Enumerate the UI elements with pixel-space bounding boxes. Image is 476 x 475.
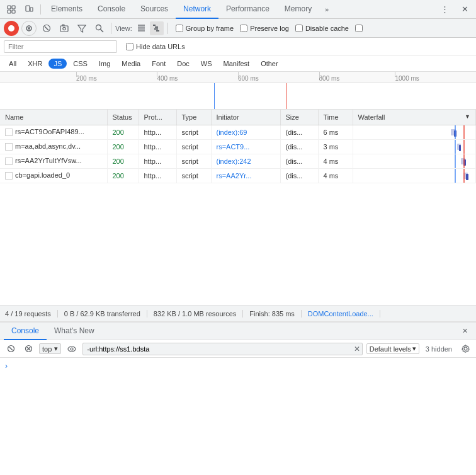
filter-btn[interactable]	[74, 21, 89, 36]
console-filter-input[interactable]	[82, 343, 362, 355]
type-btn-all[interactable]: All	[4, 59, 21, 69]
type-btn-media[interactable]: Media	[116, 59, 145, 69]
console-tab-what's-new[interactable]: What's New	[47, 323, 102, 340]
tab-memory[interactable]: Memory	[277, 0, 319, 19]
cell-name: cb=gapi.loaded_0	[0, 168, 107, 183]
col-header-time[interactable]: Time	[318, 110, 353, 125]
console-filter-clear-icon[interactable]: ✕	[354, 345, 360, 353]
tab-performance[interactable]: Performance	[218, 0, 277, 19]
network-toolbar: View: Group by frame Preserve log Disabl…	[0, 19, 476, 38]
console-close-btn[interactable]: ✕	[457, 324, 472, 339]
devtools-more-btn[interactable]: ⋮	[436, 1, 453, 18]
record-btn[interactable]	[4, 21, 19, 36]
type-btn-ws[interactable]: WS	[196, 59, 217, 69]
console-pause-btn[interactable]	[21, 342, 35, 356]
initiator-link[interactable]: (index):69	[217, 129, 247, 136]
tab-console[interactable]: Console	[90, 0, 133, 19]
network-table-wrapper[interactable]: NameStatusProt...TypeInitiatorSizeTimeWa…	[0, 110, 476, 305]
requests-count: 4 / 19 requests	[5, 310, 58, 318]
svg-point-13	[63, 27, 65, 30]
device-toolbar-btn[interactable]	[20, 1, 38, 18]
cell-initiator[interactable]: rs=ACT9...	[211, 139, 280, 154]
tab-sources[interactable]: Sources	[133, 0, 176, 19]
context-value: top	[42, 345, 52, 353]
disable-cache-checkbox[interactable]: Disable cache	[295, 25, 349, 32]
col-header-status[interactable]: Status	[107, 110, 139, 125]
tab-bar-left	[3, 1, 43, 18]
console-prompt: ›	[5, 360, 471, 372]
svg-point-33	[464, 347, 467, 350]
col-header-prot[interactable]: Prot...	[139, 110, 176, 125]
preserve-log-checkbox[interactable]: Preserve log	[240, 25, 289, 32]
clear-btn[interactable]	[39, 21, 54, 36]
svg-rect-1	[12, 6, 15, 9]
cell-initiator[interactable]: rs=AA2Yr...	[211, 168, 280, 183]
type-btn-js[interactable]: JS	[48, 59, 67, 69]
more-tabs-btn[interactable]: »	[319, 1, 334, 18]
extra-checkbox[interactable]	[355, 25, 363, 32]
console-tab-console[interactable]: Console	[4, 323, 47, 340]
devtools-close-btn[interactable]: ✕	[456, 1, 473, 18]
type-btn-other[interactable]: Other	[256, 59, 283, 69]
type-btn-font[interactable]: Font	[147, 59, 171, 69]
cell-waterfall	[353, 168, 476, 183]
hidden-count: 3 hidden	[426, 345, 452, 353]
svg-rect-14	[62, 25, 64, 26]
cell-time: 4 ms	[318, 168, 353, 183]
console-eye-btn[interactable]	[65, 342, 79, 356]
cell-waterfall	[353, 125, 476, 139]
wf-red-line	[463, 125, 465, 139]
console-toolbar: top ▾ ✕ Default levels ▾ 3 hidden	[0, 340, 476, 358]
table-row[interactable]: rs=ACT9OoFAPI489...200http...script(inde…	[0, 125, 476, 139]
screenshot-btn[interactable]	[57, 21, 72, 36]
type-btn-manifest[interactable]: Manifest	[218, 59, 255, 69]
filter-input[interactable]	[4, 40, 117, 53]
svg-rect-0	[8, 6, 11, 9]
wf-blue-line	[455, 169, 456, 183]
col-header-type[interactable]: Type	[176, 110, 211, 125]
type-btn-xhr[interactable]: XHR	[23, 59, 47, 69]
initiator-link[interactable]: rs=AA2Yr...	[217, 172, 252, 180]
stop-btn[interactable]	[21, 21, 37, 36]
type-btn-doc[interactable]: Doc	[172, 59, 195, 69]
console-settings-btn[interactable]	[458, 342, 472, 356]
hide-data-urls-checkbox[interactable]: Hide data URLs	[126, 43, 185, 50]
cell-initiator[interactable]: (index):69	[211, 125, 280, 139]
context-selector[interactable]: top ▾	[39, 343, 61, 354]
log-levels-dropdown[interactable]: Default levels ▾	[366, 343, 419, 354]
cell-time: 4 ms	[318, 154, 353, 168]
wf-red-line	[463, 140, 465, 154]
initiator-link[interactable]: (index):242	[217, 157, 251, 165]
cell-waterfall	[353, 139, 476, 154]
type-btn-css[interactable]: CSS	[68, 59, 93, 69]
svg-rect-5	[30, 8, 33, 11]
table-row[interactable]: cb=gapi.loaded_0200http...scriptrs=AA2Yr…	[0, 168, 476, 183]
svg-rect-12	[60, 26, 68, 31]
cell-protocol: http...	[139, 139, 176, 154]
table-row[interactable]: rs=AA2YrTuItYfVsw...200http...script(ind…	[0, 154, 476, 168]
col-header-name[interactable]: Name	[0, 110, 107, 125]
cell-initiator[interactable]: (index):242	[211, 154, 280, 168]
tab-elements[interactable]: Elements	[43, 0, 90, 19]
console-clear-btn[interactable]	[4, 342, 18, 356]
col-header-size[interactable]: Size	[280, 110, 318, 125]
list-view-icon[interactable]	[135, 21, 149, 35]
col-header-waterfall[interactable]: Waterfall ▼	[353, 110, 476, 125]
dom-content-loaded-status[interactable]: DOMContentLoade...	[302, 310, 380, 318]
cell-name: rs=ACT9OoFAPI489...	[0, 125, 107, 139]
search-btn[interactable]	[92, 21, 107, 36]
group-by-frame-checkbox[interactable]: Group by frame	[176, 25, 234, 32]
type-btn-img[interactable]: Img	[94, 59, 115, 69]
type-filter-bar: AllXHRJSCSSImgMediaFontDocWSManifestOthe…	[0, 55, 476, 72]
tab-network[interactable]: Network	[176, 0, 218, 19]
initiator-link[interactable]: rs=ACT9...	[217, 143, 250, 151]
cell-protocol: http...	[139, 125, 176, 139]
svg-line-27	[9, 347, 13, 350]
table-row[interactable]: m=aa,abd,async,dv...200http...scriptrs=A…	[0, 139, 476, 154]
ruler-tick-3: 800 ms	[319, 72, 340, 83]
cell-protocol: http...	[139, 154, 176, 168]
waterfall-view-icon[interactable]	[150, 21, 164, 35]
inspect-element-btn[interactable]	[3, 1, 20, 18]
col-header-initiator[interactable]: Initiator	[211, 110, 280, 125]
console-body: ›	[0, 358, 476, 428]
